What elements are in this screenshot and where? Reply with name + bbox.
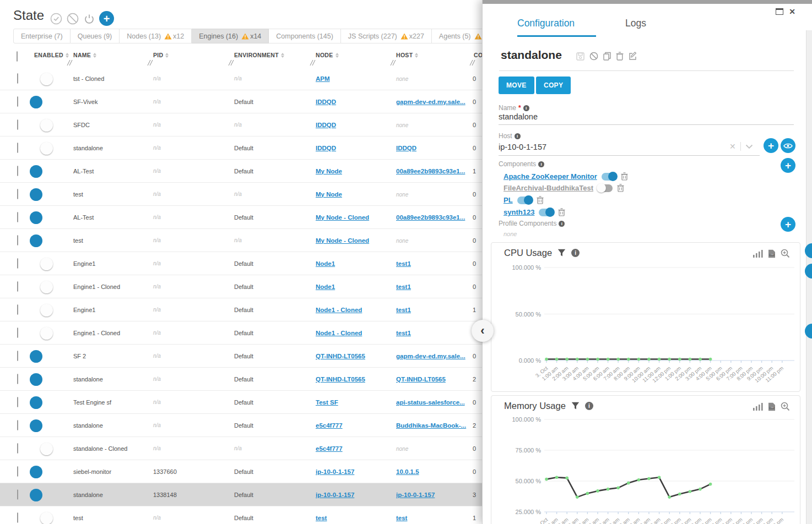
col-resize-handle[interactable] (228, 59, 234, 66)
row-checkbox[interactable] (17, 374, 18, 384)
host-link[interactable]: test (396, 515, 407, 521)
collapse-panel-button[interactable]: ‹ (472, 320, 494, 342)
table-row[interactable]: Engine1 - Cloned n/a Default Node1 test1… (0, 275, 496, 298)
node-link[interactable]: My Node - Cloned (316, 214, 369, 221)
component-toggle[interactable] (598, 184, 613, 192)
col-header-pid[interactable]: PID (150, 48, 231, 58)
table-row[interactable]: SFDC n/a n/a IDDQD none 0 (0, 113, 496, 137)
node-link[interactable]: Node1 (316, 283, 335, 290)
tab-components-145-[interactable]: Components (145) (269, 29, 341, 43)
col-resize-handle[interactable] (469, 59, 475, 66)
chevron-down-icon[interactable] (745, 144, 753, 149)
trash-icon[interactable] (617, 184, 624, 192)
host-link[interactable]: QT-INHD-LT0565 (396, 376, 446, 383)
move-button[interactable]: MOVE (499, 77, 534, 94)
row-checkbox[interactable] (17, 189, 18, 199)
info-icon[interactable]: i (585, 402, 593, 410)
sort-icon[interactable] (415, 53, 418, 58)
node-link[interactable]: test (316, 515, 327, 521)
tab-nodes-13-[interactable]: Nodes (13) x12 (120, 29, 192, 43)
tab-enterprise-7-[interactable]: Enterprise (7) (13, 29, 71, 43)
clear-host-icon[interactable]: ✕ (729, 142, 736, 151)
component-toggle[interactable] (539, 209, 554, 216)
csv-export-icon[interactable]: CSV (768, 402, 776, 411)
bar-chart-icon[interactable] (753, 250, 763, 258)
component-toggle[interactable] (517, 197, 532, 204)
host-input[interactable]: ip-10-0-1-157 (499, 143, 546, 151)
info-icon[interactable]: i (515, 133, 521, 139)
sort-icon[interactable] (165, 53, 169, 58)
host-link[interactable]: test1 (396, 307, 411, 313)
row-checkbox[interactable] (17, 351, 18, 361)
tab-configuration[interactable]: Configuration (517, 18, 575, 29)
host-link[interactable]: Buddhikas-MacBook-... (396, 422, 466, 429)
copy-button[interactable]: COPY (536, 77, 571, 94)
node-link[interactable]: QT-INHD-LT0565 (316, 353, 365, 359)
trash-icon[interactable] (621, 172, 628, 181)
host-link[interactable]: test1 (396, 260, 411, 267)
host-link[interactable]: api-status-salesforce... (396, 399, 465, 406)
table-row[interactable]: tst - Cloned n/a n/a APM none 0 (0, 67, 496, 90)
filter-icon[interactable] (557, 249, 566, 257)
delete-icon[interactable] (616, 52, 624, 61)
trash-icon[interactable] (558, 208, 565, 216)
node-link[interactable]: e5c4f777 (316, 422, 343, 429)
host-link[interactable]: ip-10-0-1-157 (396, 492, 435, 498)
row-checkbox[interactable] (17, 143, 18, 153)
row-checkbox[interactable] (17, 304, 18, 315)
row-checkbox[interactable] (17, 235, 18, 245)
edit-icon[interactable] (629, 52, 637, 61)
col-header-name[interactable]: NAME (71, 48, 150, 58)
maximize-window-icon[interactable] (776, 8, 783, 15)
row-checkbox[interactable] (17, 281, 18, 292)
add-profile-component-button[interactable]: + (781, 217, 795, 232)
sort-icon[interactable] (335, 53, 339, 58)
row-checkbox[interactable] (17, 73, 18, 84)
node-link[interactable]: ip-10-0-1-157 (316, 492, 354, 498)
col-header-host[interactable]: HOST (393, 48, 471, 58)
sort-icon[interactable] (66, 53, 69, 58)
view-host-button[interactable] (781, 138, 795, 153)
component-link[interactable]: Apache ZooKeeper Monitor (504, 172, 597, 181)
row-checkbox[interactable] (17, 466, 18, 477)
col-resize-handle[interactable] (66, 59, 73, 66)
select-all-checkbox[interactable] (17, 51, 18, 62)
node-link[interactable]: My Node - Cloned (316, 237, 369, 244)
row-checkbox[interactable] (17, 258, 18, 269)
tab-queues-9-[interactable]: Queues (9) (71, 29, 120, 43)
node-link[interactable]: IDDQD (316, 145, 336, 151)
table-row[interactable]: siebel-monitor 1337660 Default ip-10-0-1… (0, 460, 496, 483)
node-link[interactable]: IDDQD (316, 99, 336, 105)
table-row[interactable]: AL-Test n/a Default My Node - Cloned 00a… (0, 206, 496, 229)
add-component-button[interactable]: + (781, 158, 795, 173)
node-link[interactable]: My Node (316, 168, 342, 174)
col-header-enabled[interactable]: ENABLED (31, 48, 71, 58)
table-row[interactable]: standalone - Cloned n/a n/a e5c4f777 non… (0, 437, 496, 460)
table-row[interactable]: standalone n/a Default QT-INHD-LT0565 QT… (0, 368, 496, 391)
table-row[interactable]: Engine1 n/a Default Node1 - Cloned test1… (0, 298, 496, 321)
col-header-node[interactable]: NODE (313, 48, 393, 58)
table-row[interactable]: AL-Test n/a Default My Node 00a89ee2b989… (0, 160, 496, 183)
save-icon[interactable] (576, 52, 584, 61)
info-icon[interactable]: i (538, 161, 544, 167)
filter-icon[interactable] (571, 402, 580, 410)
info-icon[interactable]: i (571, 249, 580, 257)
table-row[interactable]: standalone 1338148 Default ip-10-0-1-157… (0, 483, 496, 506)
host-link[interactable]: 00a89ee2b9893c93e1... (396, 168, 465, 174)
table-row[interactable]: test n/a n/a My Node none 0 (0, 183, 496, 206)
zoom-in-icon[interactable] (781, 249, 790, 258)
table-row[interactable]: Test Engine sf n/a Default Test SF api-s… (0, 391, 496, 414)
cpu-usage-chart[interactable]: 100.000 %50.000 %0.000 %3. Oct1:00 am2:0… (491, 260, 801, 391)
row-checkbox[interactable] (17, 119, 18, 130)
tab-engines-16-[interactable]: Engines (16) x14 (192, 29, 269, 43)
info-icon[interactable]: i (523, 105, 529, 111)
sort-icon[interactable] (281, 53, 284, 58)
enable-check-icon[interactable] (50, 12, 62, 25)
node-link[interactable]: QT-INHD-LT0565 (316, 376, 365, 383)
zoom-in-icon[interactable] (781, 402, 790, 411)
row-checkbox[interactable] (17, 420, 18, 430)
node-link[interactable]: e5c4f777 (316, 445, 343, 452)
row-checkbox[interactable] (17, 96, 18, 107)
col-resize-handle[interactable] (389, 59, 396, 66)
host-link[interactable]: test1 (396, 283, 411, 290)
